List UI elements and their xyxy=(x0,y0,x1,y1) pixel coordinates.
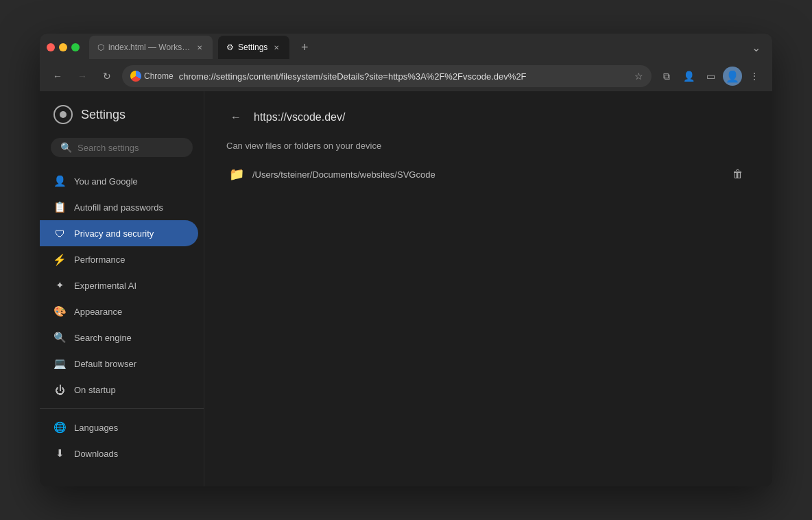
sidebar-item-label-appearance: Appearance xyxy=(74,307,122,317)
file-entry: 📁 /Users/tsteiner/Documents/websites/SVG… xyxy=(226,159,750,189)
maximize-button[interactable] xyxy=(71,43,80,51)
search-settings-icon: 🔍 xyxy=(60,142,72,153)
back-header: ← https://vscode.dev/ xyxy=(226,108,750,127)
autofill-icon: 📋 xyxy=(53,201,66,213)
trash-icon: 🗑 xyxy=(732,168,743,180)
sidebar-item-label-default-browser: Default browser xyxy=(74,359,136,369)
traffic-lights xyxy=(47,43,80,51)
sidebar-item-privacy[interactable]: 🛡 Privacy and security xyxy=(40,220,198,246)
browser-window: ⬡ index.html — Workspace — V ✕ ⚙ Setting… xyxy=(40,34,772,486)
settings-tab-icon: ⚙ xyxy=(226,43,234,52)
extensions-button[interactable]: ⧉ xyxy=(657,67,676,86)
sidebar-item-performance[interactable]: ⚡ Performance xyxy=(40,246,198,272)
tab-active[interactable]: ⚙ Settings ✕ xyxy=(218,36,289,59)
sidebar-item-you-and-google[interactable]: 👤 You and Google xyxy=(40,168,198,194)
sidebar: Settings 🔍 👤 You and Google 📋 Autofill a… xyxy=(40,91,204,486)
sidebar-item-autofill[interactable]: 📋 Autofill and passwords xyxy=(40,194,198,220)
close-button[interactable] xyxy=(47,43,55,51)
sidebar-item-label-downloads: Downloads xyxy=(74,449,118,459)
main-panel: ← https://vscode.dev/ Can view files or … xyxy=(204,91,772,486)
chrome-icon xyxy=(130,71,141,82)
default-browser-icon: 💻 xyxy=(53,357,66,370)
sidebar-item-label-search-engine: Search engine xyxy=(74,333,132,343)
url-text: chrome://settings/content/filesystem/sit… xyxy=(179,71,629,82)
section-description: Can view files or folders on your device xyxy=(226,141,750,151)
sidebar-item-on-startup[interactable]: ⏻ On startup xyxy=(40,377,198,403)
tab-active-close[interactable]: ✕ xyxy=(272,43,281,52)
sidebar-item-languages[interactable]: 🌐 Languages xyxy=(40,414,198,440)
settings-header: Settings xyxy=(40,105,204,138)
title-bar: ⬡ index.html — Workspace — V ✕ ⚙ Setting… xyxy=(40,34,772,61)
sidebar-item-default-browser[interactable]: 💻 Default browser xyxy=(40,351,198,377)
sidebar-item-label-languages: Languages xyxy=(74,423,118,433)
experimental-ai-icon: ✦ xyxy=(53,279,66,292)
sidebar-toggle-icon: ▭ xyxy=(706,71,715,82)
appearance-icon: 🎨 xyxy=(53,305,66,318)
chrome-label-group: Chrome xyxy=(130,71,174,82)
sidebar-item-appearance[interactable]: 🎨 Appearance xyxy=(40,298,198,324)
dropdown-icon: ⌄ xyxy=(752,41,761,54)
sidebar-item-label-you-and-google: You and Google xyxy=(74,176,138,187)
sidebar-item-experimental-ai[interactable]: ✦ Experimental AI xyxy=(40,272,198,298)
forward-nav-icon: → xyxy=(77,71,87,82)
menu-button[interactable]: ⋮ xyxy=(745,67,764,86)
tab-dropdown-button[interactable]: ⌄ xyxy=(746,38,765,57)
tab-inactive-label: index.html — Workspace — V xyxy=(108,43,191,52)
back-to-privacy-button[interactable]: ← xyxy=(226,108,246,127)
chrome-label: Chrome xyxy=(144,71,174,81)
performance-icon: ⚡ xyxy=(53,253,66,265)
reload-button[interactable]: ↻ xyxy=(97,67,117,86)
tab-inactive-close[interactable]: ✕ xyxy=(195,43,204,52)
you-and-google-icon: 👤 xyxy=(53,175,66,187)
menu-icon: ⋮ xyxy=(750,71,759,82)
forward-nav-button[interactable]: → xyxy=(73,67,92,86)
delete-file-button[interactable]: 🗑 xyxy=(728,165,748,184)
avatar-button[interactable]: 👤 xyxy=(723,67,742,86)
languages-icon: 🌐 xyxy=(53,421,66,434)
settings-title: Settings xyxy=(81,108,126,122)
new-tab-button[interactable]: + xyxy=(295,38,314,57)
back-arrow-icon: ← xyxy=(230,111,241,123)
toolbar-right: ⧉ 👤 ▭ 👤 ⋮ xyxy=(657,67,764,86)
toolbar: ← → ↻ Chrome chrome://settings/content/f… xyxy=(40,61,772,91)
search-engine-icon: 🔍 xyxy=(53,331,66,344)
main-content: Settings 🔍 👤 You and Google 📋 Autofill a… xyxy=(40,91,772,486)
search-settings-input[interactable] xyxy=(77,143,193,153)
settings-logo-icon xyxy=(53,105,73,124)
tab-active-label: Settings xyxy=(238,43,267,52)
back-nav-icon: ← xyxy=(53,71,62,82)
sidebar-item-label-on-startup: On startup xyxy=(74,385,116,395)
sidebar-item-label-autofill: Autofill and passwords xyxy=(74,202,163,213)
minimize-button[interactable] xyxy=(59,43,67,51)
reload-icon: ↻ xyxy=(103,71,111,82)
search-settings-bar[interactable]: 🔍 xyxy=(51,138,193,157)
sidebar-divider xyxy=(40,408,204,409)
extensions-icon: ⧉ xyxy=(663,71,670,82)
sidebar-item-downloads[interactable]: ⬇ Downloads xyxy=(40,440,198,466)
downloads-icon: ⬇ xyxy=(53,447,66,460)
sidebar-item-label-privacy: Privacy and security xyxy=(74,228,154,239)
site-url-heading: https://vscode.dev/ xyxy=(254,111,345,123)
file-path-text: /Users/tsteiner/Documents/websites/SVGco… xyxy=(252,169,720,180)
avatar-icon: 👤 xyxy=(726,70,739,83)
on-startup-icon: ⏻ xyxy=(53,383,66,396)
vscode-tab-icon: ⬡ xyxy=(97,43,104,52)
svg-point-1 xyxy=(60,111,67,118)
back-nav-button[interactable]: ← xyxy=(48,67,67,86)
sidebar-item-label-experimental-ai: Experimental AI xyxy=(74,281,136,291)
sidebar-item-search-engine[interactable]: 🔍 Search engine xyxy=(40,324,198,351)
address-bar[interactable]: Chrome chrome://settings/content/filesys… xyxy=(122,65,652,87)
privacy-icon: 🛡 xyxy=(53,227,66,239)
profile-button[interactable]: 👤 xyxy=(679,67,698,86)
sidebar-item-label-performance: Performance xyxy=(74,255,125,265)
tab-inactive[interactable]: ⬡ index.html — Workspace — V ✕ xyxy=(89,36,213,59)
bookmark-icon[interactable]: ☆ xyxy=(634,71,643,82)
sidebar-toggle-button[interactable]: ▭ xyxy=(701,67,720,86)
profile-icon: 👤 xyxy=(683,71,695,82)
folder-icon: 📁 xyxy=(229,167,244,182)
